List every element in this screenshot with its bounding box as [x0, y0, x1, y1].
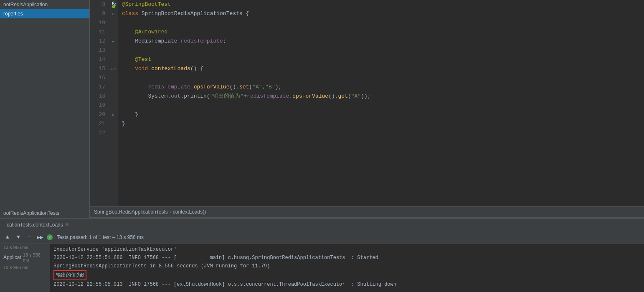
code-line-11: @Autowired — [122, 28, 644, 37]
editor-area: 8 9 10 11 12 13 14 15 16 17 18 19 20 21 … — [90, 0, 644, 218]
code-line-19 — [122, 101, 644, 110]
console-left-item-3[interactable]: 13 s 956 ms — [0, 264, 50, 271]
sidebar-item-tests[interactable]: ootRedisApplicationTests — [0, 209, 89, 218]
code-content: 8 9 10 11 12 13 14 15 16 17 18 19 20 21 … — [90, 0, 644, 206]
scroll-up-button[interactable]: ▲ — [3, 233, 12, 242]
code-line-15: void contextLoads() { — [122, 64, 644, 73]
code-line-9: class SpringBootRedisApplicationTests { — [122, 9, 644, 18]
main-area: ootRedisApplication roperties ootRedisAp… — [0, 0, 644, 218]
breadcrumb-method: contextLoads() — [173, 209, 206, 215]
code-line-14: @Test — [122, 55, 644, 64]
bottom-tab-contextloads[interactable]: cationTests.contextLoads ✕ — [3, 219, 72, 231]
sidebar: ootRedisApplication roperties ootRedisAp… — [0, 0, 90, 218]
console-left-item-2[interactable]: Applicat 13 s 956 ms — [0, 251, 50, 264]
export-button[interactable]: ↑ — [25, 233, 33, 242]
sidebar-item-properties[interactable]: roperties — [0, 9, 89, 18]
console-line-5: 2020-10-12 22:56:05.913 INFO 17568 --- [… — [53, 280, 641, 289]
code-line-21: } — [122, 119, 644, 128]
output-highlight-box: 输出的值为B — [53, 270, 86, 280]
code-line-12: RedisTemplate redisTemplate; — [122, 37, 644, 46]
code-lines[interactable]: @SpringBootTest class SpringBootRedisApp… — [118, 0, 644, 206]
test-status-label: Tests passed: 1 of 1 test – 13 s 956 ms — [57, 234, 144, 240]
test-toolbar: ▲ ▼ ↑ ▶▶ Tests passed: 1 of 1 test – 13 … — [0, 231, 644, 244]
gutter: 🍃 ↩ ↩ ↩◇ ◇ — [109, 0, 118, 206]
code-line-13 — [122, 46, 644, 55]
code-line-17: redisTemplate.opsForValue().set("A","B")… — [122, 83, 644, 92]
line-numbers: 8 9 10 11 12 13 14 15 16 17 18 19 20 21 … — [90, 0, 109, 206]
console-area: 13 s 956 ms Applicat 13 s 956 ms 13 s 95… — [0, 244, 644, 292]
bottom-tab-label: cationTests.contextLoads — [7, 222, 63, 228]
bottom-tab-bar: cationTests.contextLoads ✕ — [0, 219, 644, 231]
breadcrumb: SpringBootRedisApplicationTests › contex… — [90, 206, 644, 218]
console-left-item-1[interactable]: 13 s 956 ms — [0, 244, 50, 251]
run-more-button[interactable]: ▶▶ — [36, 233, 44, 242]
sidebar-item-app[interactable]: ootRedisApplication — [0, 0, 89, 9]
close-tab-icon[interactable]: ✕ — [65, 222, 69, 227]
bottom-panel: cationTests.contextLoads ✕ ▲ ▼ ↑ ▶▶ Test… — [0, 218, 644, 292]
code-line-18: System.out.println("输出的值为"+redisTemplate… — [122, 92, 644, 101]
code-line-8: @SpringBootTest — [122, 0, 644, 9]
console-line-2: 2020-10-12 22:55:51.680 INFO 17568 --- [… — [53, 254, 641, 262]
console-line-4: 输出的值为B — [53, 270, 641, 280]
breadcrumb-class: SpringBootRedisApplicationTests — [94, 209, 168, 215]
code-line-16 — [122, 73, 644, 83]
code-line-10 — [122, 18, 644, 28]
console-output: ExecutorService 'applicationTaskExecutor… — [50, 244, 644, 292]
test-pass-icon — [47, 234, 53, 240]
code-line-22 — [122, 128, 644, 138]
code-line-20: } — [122, 110, 644, 119]
scroll-down-button[interactable]: ▼ — [14, 233, 23, 242]
console-line-1: ExecutorService 'applicationTaskExecutor… — [53, 245, 641, 254]
console-line-3: SpringBootRedisApplicationTests in 8.556… — [53, 262, 641, 270]
console-left-panel: 13 s 956 ms Applicat 13 s 956 ms 13 s 95… — [0, 244, 50, 292]
